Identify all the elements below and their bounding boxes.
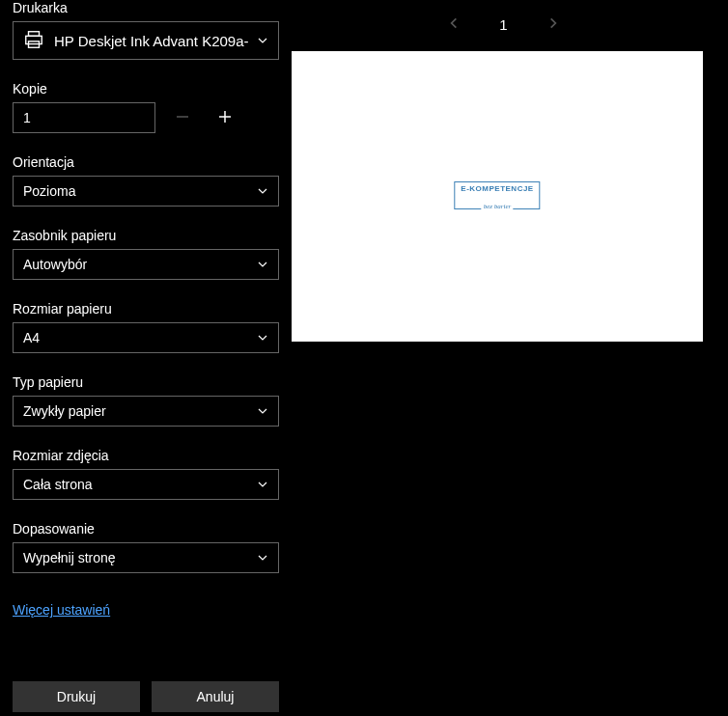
fit-label: Dopasowanie	[13, 521, 279, 537]
printer-value: HP Deskjet Ink Advant K209a-	[54, 33, 249, 49]
printer-icon	[23, 29, 44, 53]
chevron-down-icon	[257, 185, 268, 197]
chevron-right-icon	[546, 16, 560, 33]
plus-icon	[216, 108, 234, 128]
fit-value: Wypełnij stronę	[23, 550, 116, 565]
copies-input[interactable]	[13, 102, 155, 133]
chevron-down-icon	[257, 259, 268, 270]
page-number: 1	[499, 16, 507, 33]
minus-icon	[174, 108, 191, 128]
copies-label: Kopie	[13, 81, 279, 96]
print-preview: E-KOMPETENCJE bez barier	[292, 51, 703, 342]
printer-dropdown[interactable]: HP Deskjet Ink Advant K209a-	[13, 21, 279, 60]
preview-logo: E-KOMPETENCJE bez barier	[454, 181, 540, 209]
paper-type-value: Zwykły papier	[23, 403, 106, 419]
chevron-down-icon	[257, 332, 268, 344]
preview-logo-line2: bez barier	[482, 203, 514, 210]
paper-size-dropdown[interactable]: A4	[13, 322, 279, 353]
orientation-dropdown[interactable]: Pozioma	[13, 176, 279, 207]
next-page-button[interactable]	[546, 16, 560, 33]
photo-size-value: Cała strona	[23, 477, 93, 492]
chevron-down-icon	[257, 552, 268, 564]
paper-tray-label: Zasobnik papieru	[13, 228, 279, 243]
orientation-label: Orientacja	[13, 154, 279, 170]
chevron-down-icon	[257, 35, 268, 46]
chevron-down-icon	[257, 405, 268, 417]
more-settings-link[interactable]: Więcej ustawień	[13, 602, 279, 618]
photo-size-label: Rozmiar zdjęcia	[13, 448, 279, 463]
page-navigator: 1	[292, 0, 715, 48]
prev-page-button[interactable]	[447, 16, 461, 33]
print-button[interactable]: Drukuj	[13, 681, 140, 712]
fit-dropdown[interactable]: Wypełnij stronę	[13, 542, 279, 573]
paper-type-dropdown[interactable]: Zwykły papier	[13, 396, 279, 427]
paper-tray-value: Autowybór	[23, 257, 87, 272]
paper-size-label: Rozmiar papieru	[13, 301, 279, 317]
chevron-down-icon	[257, 479, 268, 490]
cancel-button[interactable]: Anuluj	[152, 681, 279, 712]
copies-decrement-button[interactable]	[167, 102, 198, 133]
photo-size-dropdown[interactable]: Cała strona	[13, 469, 279, 500]
paper-tray-dropdown[interactable]: Autowybór	[13, 249, 279, 280]
paper-size-value: A4	[23, 330, 40, 345]
printer-label: Drukarka	[13, 0, 279, 15]
svg-rect-0	[29, 31, 40, 36]
paper-type-label: Typ papieru	[13, 374, 279, 390]
orientation-value: Pozioma	[23, 183, 75, 199]
chevron-left-icon	[447, 16, 461, 33]
copies-increment-button[interactable]	[210, 102, 240, 133]
preview-logo-line1: E-KOMPETENCJE	[461, 184, 533, 193]
